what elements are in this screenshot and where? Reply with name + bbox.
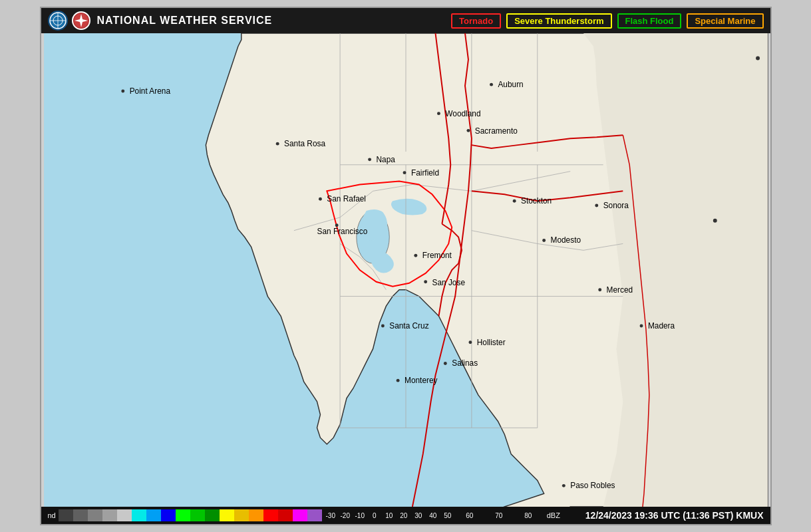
svg-text:Paso Robles: Paso Robles <box>570 481 615 490</box>
scale-65 <box>234 509 249 521</box>
scale-num-10: 10 <box>382 512 397 519</box>
svg-point-30 <box>121 90 124 93</box>
badge-special-marine: Special Marine <box>687 13 763 29</box>
scale-60 <box>220 509 234 521</box>
scale-75 <box>263 509 278 521</box>
svg-point-58 <box>424 280 427 283</box>
svg-text:San Rafael: San Rafael <box>327 194 366 203</box>
scale-nd <box>59 509 73 521</box>
svg-text:Point Arena: Point Arena <box>129 86 170 96</box>
weather-map: Point Arena Auburn Woodland Sacramento S… <box>41 33 770 507</box>
svg-text:Madera: Madera <box>647 321 675 331</box>
scale-num-0: 0 <box>367 512 382 519</box>
svg-point-62 <box>468 340 472 344</box>
svg-point-32 <box>490 83 493 86</box>
noaa-icon <box>48 11 68 31</box>
svg-text:Sacramento: Sacramento <box>474 126 517 136</box>
svg-point-34 <box>436 112 440 115</box>
svg-text:San Jose: San Jose <box>432 278 465 287</box>
svg-point-74 <box>756 57 760 61</box>
svg-text:Modesto: Modesto <box>550 235 581 245</box>
scale-55 <box>205 509 220 521</box>
scale-num-70: 70 <box>484 512 514 519</box>
scale-m30 <box>73 509 88 521</box>
svg-point-38 <box>275 142 279 146</box>
svg-point-48 <box>318 198 321 201</box>
svg-text:Merced: Merced <box>606 285 633 295</box>
scale-50 <box>190 509 205 521</box>
scale-10 <box>132 509 146 521</box>
svg-text:Santa Rosa: Santa Rosa <box>284 139 325 148</box>
svg-text:San Francisco: San Francisco <box>317 227 367 236</box>
svg-text:Monterey: Monterey <box>405 376 438 385</box>
svg-point-60 <box>381 325 384 328</box>
nws-icon <box>72 11 90 30</box>
svg-text:Santa Cruz: Santa Cruz <box>389 321 428 331</box>
scale-40 <box>176 509 190 521</box>
alert-badges: Tornado Severe Thunderstorm Flash Flood … <box>451 13 763 29</box>
svg-text:Hollister: Hollister <box>476 338 505 347</box>
scale-80 <box>278 509 293 521</box>
svg-point-64 <box>639 325 643 328</box>
svg-text:Stockton: Stockton <box>521 196 552 205</box>
main-frame: NATIONAL WEATHER SERVICE Tornado Severe … <box>40 7 772 525</box>
svg-text:Fremont: Fremont <box>422 251 452 260</box>
scale-num-m20: -20 <box>338 512 353 519</box>
scale-m20 <box>88 509 102 521</box>
nd-label: nd <box>48 511 56 519</box>
svg-point-54 <box>414 254 417 257</box>
svg-point-44 <box>512 200 516 203</box>
scale-85 <box>293 509 307 521</box>
scale-num-40: 40 <box>426 512 440 519</box>
scale-0 <box>117 509 132 521</box>
scale-m10 <box>102 509 117 521</box>
svg-point-75 <box>713 219 717 223</box>
scale-90 <box>307 509 322 521</box>
svg-text:Salinas: Salinas <box>452 358 478 368</box>
svg-text:Sonora: Sonora <box>603 201 629 210</box>
svg-point-36 <box>466 129 470 132</box>
timestamp: 12/24/2023 19:36 UTC (11:36 PST) KMUX <box>585 510 764 521</box>
scale-num-80: 80 <box>514 512 543 519</box>
svg-text:Woodland: Woodland <box>445 109 480 118</box>
badge-tornado: Tornado <box>451 13 501 29</box>
nws-title: NATIONAL WEATHER SERVICE <box>97 15 273 27</box>
scale-num-m30: -30 <box>323 512 338 519</box>
scale-num-60: 60 <box>455 512 484 519</box>
svg-point-68 <box>396 379 399 382</box>
badge-flash-flood: Flash Flood <box>617 13 682 29</box>
svg-text:Fairfield: Fairfield <box>410 168 438 178</box>
svg-point-40 <box>368 158 371 161</box>
badge-severe-thunderstorm: Severe Thunderstorm <box>506 13 611 29</box>
scale-num-30: 30 <box>411 512 426 519</box>
scale-30 <box>161 509 176 521</box>
svg-point-56 <box>598 288 601 291</box>
color-scale: nd <box>48 509 560 521</box>
scale-70 <box>249 509 263 521</box>
header-bar: NATIONAL WEATHER SERVICE Tornado Severe … <box>41 8 770 33</box>
svg-point-66 <box>443 362 446 365</box>
svg-point-46 <box>595 204 598 207</box>
svg-point-70 <box>562 484 565 487</box>
dbz-label: dBZ <box>547 511 560 519</box>
svg-text:Napa: Napa <box>376 155 395 164</box>
scale-num-m10: -10 <box>353 512 367 519</box>
svg-point-42 <box>403 171 406 174</box>
svg-text:Auburn: Auburn <box>498 80 523 89</box>
nws-logo <box>48 11 90 31</box>
scale-20 <box>146 509 161 521</box>
scale-blocks <box>59 509 322 521</box>
map-area: Point Arena Auburn Woodland Sacramento S… <box>41 33 770 507</box>
svg-point-52 <box>542 239 546 242</box>
bottom-bar: nd <box>41 507 770 524</box>
scale-num-50: 50 <box>440 512 455 519</box>
scale-num-20: 20 <box>397 512 411 519</box>
